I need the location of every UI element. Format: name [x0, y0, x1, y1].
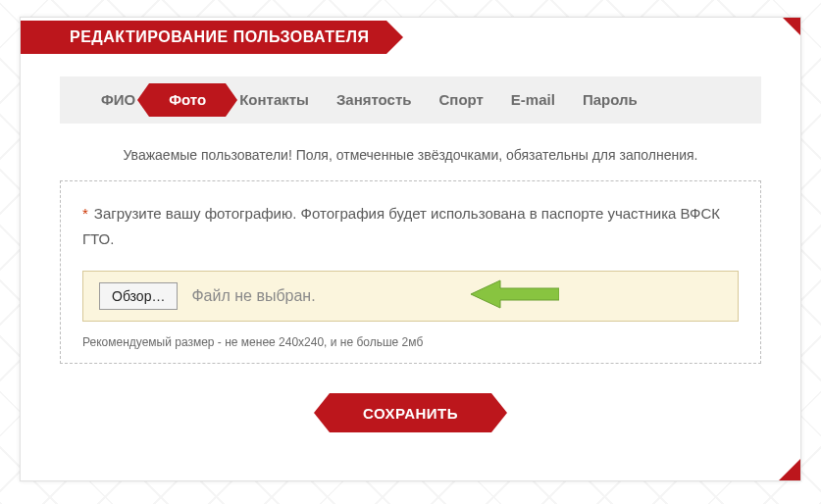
- edit-user-panel: РЕДАКТИРОВАНИЕ ПОЛЬЗОВАТЕЛЯ ФИО Фото Кон…: [20, 17, 801, 481]
- tab-sport[interactable]: Спорт: [425, 83, 496, 117]
- file-status-text: Файл не выбран.: [191, 287, 315, 305]
- required-fields-notice: Уважаемые пользователи! Поля, отмеченные…: [60, 147, 761, 163]
- save-button[interactable]: СОХРАНИТЬ: [330, 393, 491, 432]
- arrow-annotation-icon: [471, 277, 559, 315]
- panel-header: РЕДАКТИРОВАНИЕ ПОЛЬЗОВАТЕЛЯ: [21, 18, 800, 57]
- header-ribbon: РЕДАКТИРОВАНИЕ ПОЛЬЗОВАТЕЛЯ: [21, 21, 386, 54]
- browse-button[interactable]: Обзор…: [99, 282, 178, 310]
- instruction-text: Загрузите вашу фотографию. Фотография бу…: [82, 205, 720, 247]
- tab-employment[interactable]: Занятость: [323, 83, 426, 117]
- upload-instruction: *Загрузите вашу фотографию. Фотография б…: [82, 201, 739, 251]
- size-hint: Рекомендуемый размер - не менее 240x240,…: [82, 335, 739, 349]
- tab-contacts[interactable]: Контакты: [226, 83, 323, 117]
- tab-password[interactable]: Пароль: [569, 83, 651, 117]
- save-button-wrap: СОХРАНИТЬ: [60, 393, 761, 432]
- tab-email[interactable]: E-mail: [497, 83, 569, 117]
- corner-decoration-bottom-right: [779, 459, 800, 480]
- svg-marker-7: [471, 280, 559, 308]
- tab-photo[interactable]: Фото: [149, 83, 226, 117]
- required-asterisk: *: [82, 205, 88, 222]
- tab-bar: ФИО Фото Контакты Занятость Спорт E-mail…: [60, 76, 761, 124]
- upload-section: *Загрузите вашу фотографию. Фотография б…: [60, 180, 761, 364]
- panel-title: РЕДАКТИРОВАНИЕ ПОЛЬЗОВАТЕЛЯ: [21, 21, 386, 54]
- panel-content: ФИО Фото Контакты Занятость Спорт E-mail…: [21, 57, 800, 432]
- file-input-row: Обзор… Файл не выбран.: [82, 271, 739, 322]
